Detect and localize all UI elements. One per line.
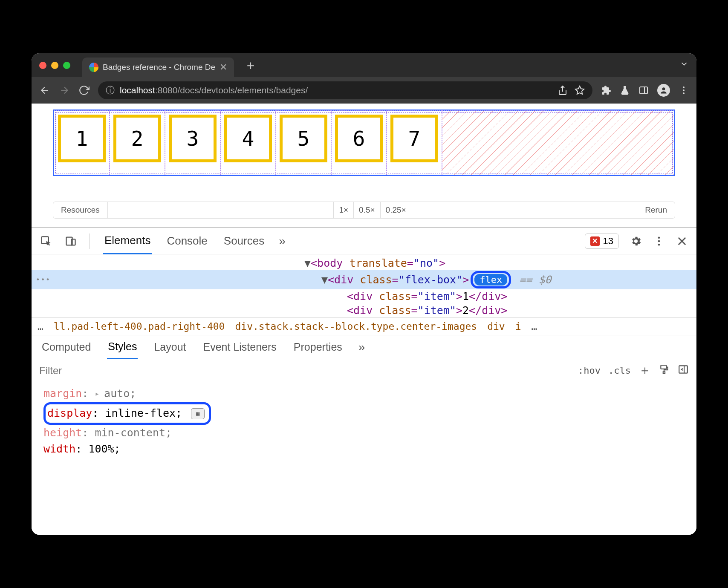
browser-window: Badges reference - Chrome De ✕ ＋ ⓘ local…	[32, 53, 696, 535]
flex-item[interactable]: 4	[224, 115, 272, 162]
caret-down-icon[interactable]: ▼	[321, 274, 328, 286]
window-menu-button[interactable]	[679, 59, 689, 71]
new-tab-button[interactable]: ＋	[244, 57, 257, 74]
dom-row[interactable]: ▼<body translate="no">	[32, 256, 696, 270]
flex-item[interactable]: 2	[113, 115, 161, 162]
crumb[interactable]: i	[515, 321, 521, 332]
more-sub-tabs-button[interactable]: »	[358, 340, 365, 354]
flex-badge[interactable]: flex	[474, 274, 507, 285]
flex-free-space	[442, 111, 674, 175]
error-icon: ✕	[590, 236, 600, 246]
settings-icon[interactable]	[630, 235, 642, 247]
styles-sub-tabs: Computed Styles Layout Event Listeners P…	[32, 335, 696, 359]
svg-point-6	[662, 87, 665, 90]
flex-slot: 5	[276, 111, 331, 175]
tab-console[interactable]: Console	[165, 228, 209, 254]
flex-item[interactable]: 6	[335, 115, 383, 162]
flex-slot: 6	[331, 111, 387, 175]
dom-row-selected[interactable]: ▼<div class="flex-box">flex == $0	[32, 270, 696, 289]
dom-row[interactable]: <div class="item">1</div>	[32, 289, 696, 303]
styles-body[interactable]: margin: ▸ auto; display: inline-flex; ▦ …	[32, 382, 696, 461]
new-style-rule-button[interactable]: ＋	[638, 362, 651, 379]
hov-button[interactable]: :hov	[578, 365, 601, 376]
caret-down-icon[interactable]: ▼	[304, 257, 311, 269]
tab-layout[interactable]: Layout	[153, 336, 187, 358]
flex-slot: 2	[110, 111, 165, 175]
flex-item[interactable]: 3	[169, 115, 217, 162]
svg-rect-18	[661, 365, 666, 369]
url-bar[interactable]: ⓘ localhost:8080/docs/devtools/elements/…	[98, 81, 592, 99]
rerun-button[interactable]: Rerun	[637, 202, 675, 218]
tab-title: Badges reference - Chrome De	[103, 63, 215, 72]
paint-icon[interactable]	[659, 364, 670, 377]
flex-item[interactable]: 7	[390, 115, 438, 162]
maximize-window-button[interactable]	[63, 62, 70, 69]
close-devtools-button[interactable]	[676, 235, 688, 247]
flex-item[interactable]: 1	[58, 115, 106, 162]
svg-point-14	[658, 240, 660, 242]
site-info-icon[interactable]: ⓘ	[106, 84, 115, 96]
chrome-icon	[89, 63, 98, 72]
resources-bar: Resources 1× 0.5× 0.25× Rerun	[53, 202, 675, 219]
css-declaration-highlighted[interactable]: display: inline-flex; ▦	[43, 402, 685, 425]
crumb-ellipsis[interactable]: …	[38, 321, 43, 332]
crumb[interactable]: div.stack.stack--block.type.center-image…	[235, 321, 477, 332]
tab-sources[interactable]: Sources	[222, 228, 266, 254]
profile-avatar[interactable]	[657, 84, 670, 97]
bookmark-icon[interactable]	[575, 85, 585, 95]
toggle-sidebar-icon[interactable]	[678, 364, 689, 377]
resources-button[interactable]: Resources	[53, 202, 108, 218]
svg-point-15	[658, 243, 660, 245]
flex-item[interactable]: 5	[280, 115, 327, 162]
tab-event-listeners[interactable]: Event Listeners	[202, 336, 277, 358]
tab-elements[interactable]: Elements	[103, 228, 152, 254]
css-declaration[interactable]: width: 100%;	[43, 441, 685, 458]
css-declaration[interactable]: height: min-content;	[43, 425, 685, 441]
tab-computed[interactable]: Computed	[41, 336, 92, 358]
zoom-1x[interactable]: 1×	[333, 202, 353, 218]
dom-row[interactable]: <div class="item">2</div>	[32, 303, 696, 317]
tab-styles[interactable]: Styles	[107, 335, 138, 359]
styles-filter-input[interactable]	[39, 359, 578, 382]
errors-badge[interactable]: ✕ 13	[585, 233, 619, 249]
flex-slot: 7	[387, 111, 442, 175]
content-area: 1 2 3 4 5 6 7 Resources 1× 0.5× 0.25× Re…	[32, 104, 696, 535]
zoom-025x[interactable]: 0.25×	[380, 202, 411, 218]
back-button[interactable]	[39, 85, 50, 96]
crumb-ellipsis[interactable]: …	[532, 321, 537, 332]
tab-properties[interactable]: Properties	[293, 336, 343, 358]
device-toolbar-icon[interactable]	[65, 235, 77, 247]
cls-button[interactable]: .cls	[608, 365, 631, 376]
flex-container-overlay[interactable]: 1 2 3 4 5 6 7	[53, 110, 675, 176]
styles-filter-bar: :hov .cls ＋	[32, 359, 696, 382]
toolbar: ⓘ localhost:8080/docs/devtools/elements/…	[32, 77, 696, 104]
url-host: localhost	[120, 85, 155, 95]
labs-icon[interactable]	[620, 85, 630, 95]
flex-editor-icon[interactable]: ▦	[191, 408, 205, 419]
traffic-lights	[39, 62, 70, 69]
dom-tree[interactable]: ▼<body translate="no"> ▼<div class="flex…	[32, 254, 696, 317]
more-tabs-button[interactable]: »	[279, 234, 286, 248]
minimize-window-button[interactable]	[51, 62, 58, 69]
inspect-icon[interactable]	[40, 235, 52, 247]
crumb[interactable]: ll.pad-left-400.pad-right-400	[54, 321, 225, 332]
devtools-tabs: Elements Console Sources » ✕ 13	[32, 228, 696, 254]
zoom-05x[interactable]: 0.5×	[353, 202, 380, 218]
extensions-icon[interactable]	[601, 85, 611, 95]
reload-button[interactable]	[78, 85, 90, 96]
crumb[interactable]: div	[487, 321, 505, 332]
kebab-menu-icon[interactable]	[653, 235, 665, 247]
close-tab-button[interactable]: ✕	[220, 62, 227, 73]
forward-button[interactable]	[59, 85, 70, 96]
flex-badge-highlight: flex	[471, 271, 511, 288]
browser-tab[interactable]: Badges reference - Chrome De ✕	[82, 58, 234, 77]
flex-slot: 3	[165, 111, 220, 175]
flex-slot: 4	[220, 111, 276, 175]
svg-rect-20	[679, 366, 688, 373]
breadcrumb[interactable]: … ll.pad-left-400.pad-right-400 div.stac…	[32, 317, 696, 335]
css-declaration[interactable]: margin: ▸ auto;	[43, 386, 685, 402]
kebab-menu-icon[interactable]	[679, 85, 689, 95]
share-icon[interactable]	[558, 85, 568, 95]
close-window-button[interactable]	[39, 62, 46, 69]
side-panel-icon[interactable]	[638, 85, 649, 95]
